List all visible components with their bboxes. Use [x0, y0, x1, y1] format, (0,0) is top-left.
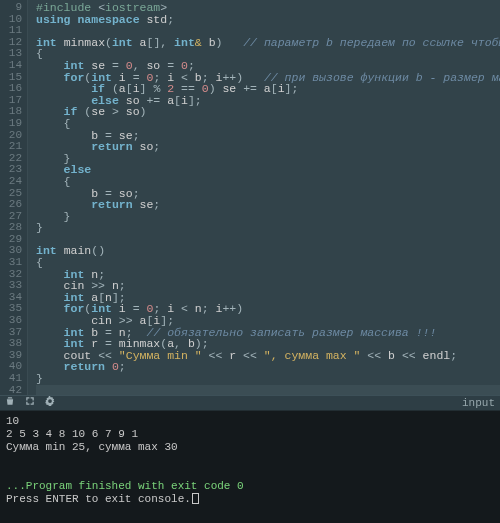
- expand-icon[interactable]: [25, 396, 35, 410]
- console-line: Сумма min 25, сумма max 30: [6, 441, 494, 454]
- cursor-icon: [192, 493, 199, 504]
- code-line[interactable]: return se;: [36, 199, 500, 211]
- code-line[interactable]: {: [36, 257, 500, 269]
- code-line[interactable]: using namespace std;: [36, 14, 500, 26]
- line-number: 14: [0, 60, 22, 72]
- console-line: Press ENTER to exit console.: [6, 493, 494, 506]
- line-number: 9: [0, 2, 22, 14]
- code-line[interactable]: else: [36, 164, 500, 176]
- code-line[interactable]: return 0;: [36, 361, 500, 373]
- console-line: 2 5 3 4 8 10 6 7 9 1: [6, 428, 494, 441]
- line-number: 26: [0, 199, 22, 211]
- console-tab-label: input: [462, 397, 495, 409]
- clear-icon[interactable]: [5, 396, 15, 410]
- line-number: 42: [0, 385, 22, 395]
- console-line: [6, 467, 494, 480]
- settings-icon[interactable]: [45, 396, 55, 410]
- code-line[interactable]: [36, 385, 500, 395]
- code-editor[interactable]: 9101112131415161718192021222324252627282…: [0, 0, 500, 395]
- console-line: ...Program finished with exit code 0: [6, 480, 494, 493]
- line-number: 31: [0, 257, 22, 269]
- line-number: 41: [0, 373, 22, 385]
- code-line[interactable]: }: [36, 222, 500, 234]
- line-number: 24: [0, 176, 22, 188]
- line-number: 21: [0, 141, 22, 153]
- code-area[interactable]: #include <iostream>using namespace std; …: [28, 0, 500, 395]
- line-number-gutter: 9101112131415161718192021222324252627282…: [0, 0, 28, 395]
- console-line: [6, 454, 494, 467]
- code-line[interactable]: }: [36, 211, 500, 223]
- line-number: 36: [0, 315, 22, 327]
- code-line[interactable]: [36, 234, 500, 246]
- panel-divider: input: [0, 395, 500, 411]
- line-number: 16: [0, 83, 22, 95]
- code-line[interactable]: int main(): [36, 245, 500, 257]
- console-line: 10: [6, 415, 494, 428]
- code-line[interactable]: }: [36, 373, 500, 385]
- code-line[interactable]: if (se > so): [36, 106, 500, 118]
- code-line[interactable]: return so;: [36, 141, 500, 153]
- console-output[interactable]: 102 5 3 4 8 10 6 7 9 1Сумма min 25, сумм…: [0, 411, 500, 523]
- line-number: 19: [0, 118, 22, 130]
- code-line[interactable]: int minmax(int a[], int& b) // параметр …: [36, 37, 500, 49]
- code-line[interactable]: }: [36, 153, 500, 165]
